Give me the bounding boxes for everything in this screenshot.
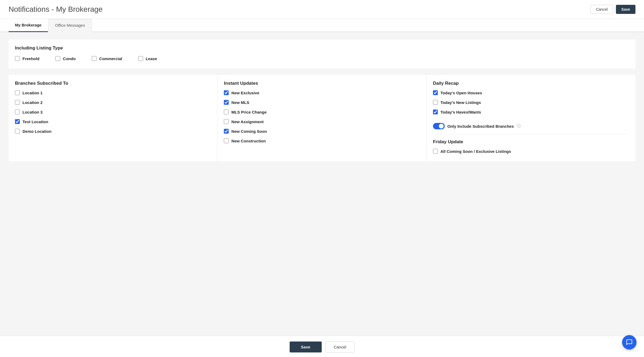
new-mls-checkbox[interactable] [224, 100, 229, 105]
test-location-item[interactable]: Test Location [15, 119, 210, 124]
chat-icon [626, 339, 633, 346]
listing-type-title: Including Listing Type [15, 45, 629, 51]
commercial-label[interactable]: Commercial [99, 56, 122, 61]
daily-recap-title: Daily Recap [433, 81, 628, 86]
page-footer: Save Cancel [0, 336, 644, 357]
new-assignment-label[interactable]: New Assignment [231, 119, 263, 124]
test-location-label[interactable]: Test Location [22, 119, 48, 124]
header-action-buttons: Cancel Save [591, 5, 635, 14]
float-chat-button[interactable] [622, 335, 637, 350]
todays-haves-wants-item[interactable]: Today's Haves/Wants [433, 110, 628, 114]
daily-recap-section: Daily Recap Today's Open Houses Today's … [427, 75, 635, 161]
todays-open-houses-label[interactable]: Today's Open Houses [440, 91, 482, 95]
todays-new-listings-checkbox[interactable] [433, 100, 438, 105]
header-save-button[interactable]: Save [616, 5, 635, 14]
main-content: Including Listing Type Freehold Condo Co… [0, 32, 644, 336]
listing-type-options: Freehold Condo Commercial Lease [15, 56, 629, 61]
todays-open-houses-checkbox[interactable] [433, 90, 438, 95]
all-coming-soon-checkbox[interactable] [433, 149, 438, 154]
location3-checkbox[interactable] [15, 110, 20, 114]
todays-haves-wants-checkbox[interactable] [433, 110, 438, 114]
demo-location-item[interactable]: Demo Location [15, 129, 210, 134]
page-header: Notifications - My Brokerage Cancel Save [0, 0, 644, 19]
lease-option[interactable]: Lease [138, 56, 157, 61]
all-coming-soon-label[interactable]: All Coming Soon / Exclusive Listings [440, 149, 511, 154]
new-mls-item[interactable]: New MLS [224, 100, 419, 105]
new-coming-soon-label[interactable]: New Coming Soon [231, 129, 267, 134]
new-coming-soon-checkbox[interactable] [224, 129, 229, 134]
instant-updates-list: New Exclusive New MLS MLS Price Change N… [224, 90, 419, 143]
location1-label[interactable]: Location 1 [22, 91, 43, 95]
condo-checkbox[interactable] [55, 56, 60, 61]
location2-item[interactable]: Location 2 [15, 100, 210, 105]
todays-haves-wants-label[interactable]: Today's Haves/Wants [440, 110, 481, 114]
lease-label[interactable]: Lease [146, 56, 157, 61]
freehold-option[interactable]: Freehold [15, 56, 39, 61]
demo-location-checkbox[interactable] [15, 129, 20, 134]
location2-checkbox[interactable] [15, 100, 20, 105]
footer-save-button[interactable]: Save [290, 342, 322, 352]
daily-recap-list: Today's Open Houses Today's New Listings… [433, 90, 628, 129]
new-construction-label[interactable]: New Construction [231, 139, 266, 143]
branches-section: Branches Subscribed To Location 1 Locati… [9, 75, 217, 161]
instant-updates-section: Instant Updates New Exclusive New MLS ML… [217, 75, 426, 161]
instant-updates-title: Instant Updates [224, 81, 419, 86]
lease-checkbox[interactable] [138, 56, 143, 61]
mls-price-change-checkbox[interactable] [224, 110, 229, 114]
footer-cancel-button[interactable]: Cancel [325, 341, 355, 353]
location3-label[interactable]: Location 3 [22, 110, 43, 114]
new-assignment-checkbox[interactable] [224, 119, 229, 124]
todays-new-listings-label[interactable]: Today's New Listings [440, 100, 481, 105]
new-exclusive-label[interactable]: New Exclusive [231, 91, 259, 95]
three-column-section: Branches Subscribed To Location 1 Locati… [9, 75, 635, 161]
header-cancel-button[interactable]: Cancel [591, 5, 614, 14]
commercial-option[interactable]: Commercial [92, 56, 122, 61]
condo-option[interactable]: Condo [55, 56, 75, 61]
friday-update-title: Friday Update [433, 139, 628, 145]
new-exclusive-item[interactable]: New Exclusive [224, 90, 419, 95]
branches-list: Location 1 Location 2 Location 3 Test Lo… [15, 90, 210, 134]
section-divider [433, 134, 628, 134]
tab-office-messages[interactable]: Office Messages [48, 19, 91, 32]
test-location-checkbox[interactable] [15, 119, 20, 124]
todays-open-houses-item[interactable]: Today's Open Houses [433, 90, 628, 95]
todays-new-listings-item[interactable]: Today's New Listings [433, 100, 628, 105]
new-assignment-item[interactable]: New Assignment [224, 119, 419, 124]
listing-type-section: Including Listing Type Freehold Condo Co… [9, 40, 635, 68]
location3-item[interactable]: Location 3 [15, 110, 210, 114]
page-title: Notifications - My Brokerage [9, 5, 103, 14]
condo-label[interactable]: Condo [63, 56, 75, 61]
new-coming-soon-item[interactable]: New Coming Soon [224, 129, 419, 134]
demo-location-label[interactable]: Demo Location [22, 129, 51, 134]
new-exclusive-checkbox[interactable] [224, 90, 229, 95]
only-subscribed-branches-row[interactable]: Only Include Subscribed Branches ⓘ [433, 123, 628, 129]
location2-label[interactable]: Location 2 [22, 100, 43, 105]
mls-price-change-label[interactable]: MLS Price Change [231, 110, 267, 114]
freehold-checkbox[interactable] [15, 56, 20, 61]
all-coming-soon-item[interactable]: All Coming Soon / Exclusive Listings [433, 149, 628, 154]
new-construction-checkbox[interactable] [224, 138, 229, 143]
new-mls-label[interactable]: New MLS [231, 100, 249, 105]
location1-checkbox[interactable] [15, 90, 20, 95]
tabs-bar: My Brokerage Office Messages [0, 19, 644, 32]
commercial-checkbox[interactable] [92, 56, 97, 61]
tab-my-brokerage[interactable]: My Brokerage [9, 19, 48, 32]
only-subscribed-branches-toggle[interactable] [433, 123, 445, 129]
branches-title: Branches Subscribed To [15, 81, 210, 86]
toggle-slider [433, 123, 445, 129]
location1-item[interactable]: Location 1 [15, 90, 210, 95]
freehold-label[interactable]: Freehold [22, 56, 39, 61]
mls-price-change-item[interactable]: MLS Price Change [224, 110, 419, 114]
friday-update-list: All Coming Soon / Exclusive Listings [433, 149, 628, 154]
new-construction-item[interactable]: New Construction [224, 138, 419, 143]
only-subscribed-branches-label: Only Include Subscribed Branches [447, 124, 514, 129]
help-icon: ⓘ [517, 124, 521, 129]
